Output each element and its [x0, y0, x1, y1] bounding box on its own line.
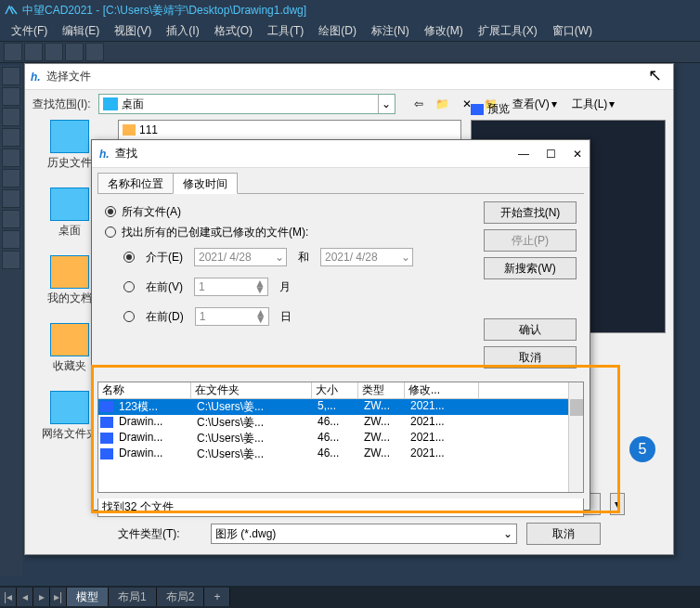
- lookup-value: 桌面: [122, 97, 144, 112]
- tool-button[interactable]: [2, 169, 20, 188]
- tab-modify-time[interactable]: 修改时间: [173, 173, 238, 194]
- history-icon: [50, 120, 89, 153]
- dialog-logo-icon: h.: [99, 148, 110, 161]
- menu-modify[interactable]: 修改(M): [419, 21, 469, 41]
- result-row[interactable]: Drawin... C:\Users\姜... 46... ZW... 2021…: [98, 415, 583, 431]
- model-layout-tabs: |◂ ◂ ▸ ▸| 模型 布局1 布局2 +: [0, 586, 700, 608]
- cancel-button[interactable]: 取消: [526, 523, 601, 545]
- favorites-icon: [50, 323, 89, 356]
- scrollbar[interactable]: [568, 382, 583, 492]
- col-mod[interactable]: 修改...: [405, 382, 479, 398]
- radio-all-files[interactable]: [105, 206, 116, 217]
- chevron-down-icon: ⌄: [399, 251, 412, 264]
- back-button[interactable]: ⇦: [408, 95, 429, 113]
- menu-tools[interactable]: 工具(T): [262, 21, 309, 41]
- scrollbar-thumb[interactable]: [570, 399, 583, 416]
- tab-layout1[interactable]: 布局1: [109, 588, 157, 606]
- open-dropdown-button[interactable]: ▾: [610, 493, 625, 515]
- menu-edit[interactable]: 编辑(E): [57, 21, 105, 41]
- tab-last-button[interactable]: ▸|: [50, 588, 67, 606]
- close-button[interactable]: ✕: [573, 148, 582, 161]
- file-icon: [100, 433, 113, 444]
- col-name[interactable]: 名称: [98, 382, 191, 398]
- app-titlebar: 中望CAD2021 - [C:\Users\姜靖宇\Desktop\Drawin…: [0, 0, 700, 20]
- start-find-button[interactable]: 开始查找(N): [484, 201, 577, 224]
- chevron-down-icon[interactable]: ⌄: [378, 95, 395, 113]
- preview-icon: [471, 104, 484, 115]
- menu-view[interactable]: 视图(V): [109, 21, 157, 41]
- menu-dimension[interactable]: 标注(N): [366, 21, 415, 41]
- toolbar-button[interactable]: [24, 43, 43, 61]
- tab-first-button[interactable]: |◂: [0, 588, 17, 606]
- chevron-down-icon[interactable]: ⌄: [499, 527, 516, 540]
- file-item[interactable]: 111: [119, 121, 460, 139]
- tool-button[interactable]: [2, 67, 20, 85]
- tools-menu[interactable]: 工具(L)▾: [568, 95, 619, 114]
- result-row[interactable]: 123模... C:\Users\姜... 5,... ZW... 2021..…: [98, 399, 583, 415]
- menu-format[interactable]: 格式(O): [209, 21, 258, 41]
- days-spinner[interactable]: 1▲▼: [195, 307, 269, 326]
- menu-file[interactable]: 文件(F): [6, 21, 53, 41]
- results-list[interactable]: 名称 在文件夹 大小 类型 修改... 123模... C:\Users\姜..…: [97, 382, 584, 493]
- stop-button: 停止(P): [484, 229, 577, 252]
- up-button[interactable]: 📁: [433, 95, 453, 113]
- menu-extension[interactable]: 扩展工具(X): [473, 21, 543, 41]
- toolbar-button[interactable]: [45, 43, 63, 61]
- file-icon: [100, 401, 113, 412]
- tool-button[interactable]: [2, 251, 20, 269]
- results-header: 名称 在文件夹 大小 类型 修改...: [98, 382, 583, 399]
- menu-insert[interactable]: 插入(I): [161, 21, 204, 41]
- radio-between[interactable]: [123, 252, 135, 263]
- cancel-button[interactable]: 取消: [484, 346, 577, 369]
- col-type[interactable]: 类型: [358, 382, 405, 398]
- select-file-title: 选择文件: [46, 69, 91, 84]
- minimize-button[interactable]: —: [518, 148, 529, 161]
- tab-next-button[interactable]: ▸: [33, 588, 50, 606]
- dialog-logo-icon: h.: [31, 71, 41, 84]
- tool-button[interactable]: [2, 108, 20, 126]
- months-spinner[interactable]: 1▲▼: [194, 278, 268, 296]
- tool-button[interactable]: [2, 149, 20, 167]
- tab-prev-button[interactable]: ◂: [17, 588, 33, 606]
- select-file-titlebar: h. 选择文件: [25, 64, 673, 90]
- folder-icon: [123, 124, 136, 136]
- tab-model[interactable]: 模型: [67, 588, 109, 606]
- toolbar-button[interactable]: [4, 43, 22, 61]
- tool-button[interactable]: [2, 230, 20, 249]
- ok-button[interactable]: 确认: [484, 318, 577, 341]
- result-row[interactable]: Drawin... C:\Users\姜... 46... ZW... 2021…: [98, 431, 583, 446]
- chevron-down-icon: ▾: [551, 97, 557, 110]
- file-icon: [100, 448, 113, 459]
- tool-button[interactable]: [2, 210, 20, 228]
- tab-name-location[interactable]: 名称和位置: [97, 173, 174, 194]
- new-search-button[interactable]: 新搜索(W): [484, 257, 577, 279]
- left-toolbar: [0, 65, 22, 576]
- lookup-label: 查找范围(I):: [32, 97, 91, 112]
- network-icon: [50, 391, 89, 424]
- menu-window[interactable]: 窗口(W): [547, 21, 598, 41]
- radio-find-created[interactable]: [105, 226, 116, 238]
- tool-button[interactable]: [2, 128, 20, 147]
- filetype-label: 文件类型(T):: [118, 526, 201, 542]
- toolbar-button[interactable]: [85, 43, 104, 61]
- app-title: 中望CAD2021 - [C:\Users\姜靖宇\Desktop\Drawin…: [22, 3, 306, 19]
- tab-layout2[interactable]: 布局2: [157, 588, 205, 606]
- lookup-combo[interactable]: 桌面 ⌄: [98, 94, 395, 114]
- menu-draw[interactable]: 绘图(D): [313, 21, 362, 41]
- find-titlebar[interactable]: h. 查找 — ☐ ✕: [92, 140, 590, 168]
- date-from-input[interactable]: 2021/ 4/28⌄: [194, 248, 287, 266]
- radio-before-month[interactable]: [123, 281, 135, 292]
- maximize-button[interactable]: ☐: [546, 148, 556, 161]
- toolbar-button[interactable]: [65, 43, 84, 61]
- radio-before-day[interactable]: [123, 311, 135, 322]
- col-size[interactable]: 大小: [312, 382, 358, 398]
- date-to-input[interactable]: 2021/ 4/28⌄: [320, 248, 413, 266]
- view-menu[interactable]: 查看(V)▾: [509, 95, 561, 114]
- result-row[interactable]: Drawin... C:\Users\姜... 46... ZW... 2021…: [98, 446, 583, 462]
- col-folder[interactable]: 在文件夹: [191, 382, 312, 398]
- filetype-combo[interactable]: 图形 (*.dwg) ⌄: [211, 524, 517, 544]
- tool-button[interactable]: [2, 87, 20, 106]
- tool-button[interactable]: [2, 189, 20, 208]
- folder-icon: [103, 97, 118, 110]
- tab-add[interactable]: +: [204, 588, 230, 606]
